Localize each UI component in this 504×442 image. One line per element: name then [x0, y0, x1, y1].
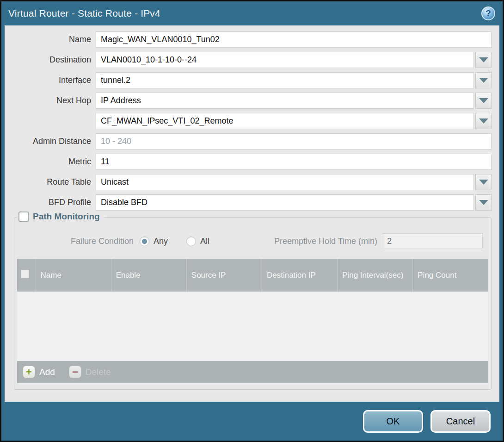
- route-table-input[interactable]: [96, 174, 474, 190]
- add-button-label: Add: [39, 367, 55, 377]
- bfd-profile-label: BFD Profile: [14, 198, 96, 207]
- chevron-down-icon: [479, 180, 488, 185]
- next-hop-row: Next Hop: [14, 93, 492, 109]
- interface-row: Interface: [14, 72, 492, 88]
- chevron-down-icon: [479, 118, 488, 124]
- chevron-down-icon: [479, 98, 488, 103]
- next-hop-type-input[interactable]: [96, 93, 474, 109]
- failure-condition-any-label: Any: [154, 237, 168, 246]
- dialog-titlebar: Virtual Router - Static Route - IPv4 ?: [1, 1, 503, 25]
- chevron-down-icon: [479, 57, 488, 62]
- path-monitoring-title: Path Monitoring: [33, 212, 100, 222]
- virtual-router-static-route-dialog: Virtual Router - Static Route - IPv4 ? N…: [0, 0, 504, 442]
- admin-distance-row: Admin Distance: [14, 133, 492, 149]
- metric-input[interactable]: [96, 154, 492, 170]
- dialog-footer: OK Cancel: [1, 402, 503, 441]
- admin-distance-label: Admin Distance: [14, 137, 96, 146]
- failure-condition-row: Failure Condition Any All Preemptive Hol…: [17, 233, 488, 249]
- help-icon[interactable]: ?: [481, 6, 495, 20]
- failure-condition-label: Failure Condition: [17, 237, 140, 246]
- preemptive-hold-time-input[interactable]: [382, 233, 483, 249]
- dialog-title: Virtual Router - Static Route - IPv4: [8, 8, 160, 19]
- table-empty-row: [17, 292, 488, 361]
- column-header-ping-interval: Ping Interval(sec): [338, 259, 413, 292]
- add-button[interactable]: + Add: [23, 366, 55, 378]
- next-hop-type-dropdown-button[interactable]: [475, 93, 492, 109]
- interface-label: Interface: [14, 75, 96, 85]
- name-label: Name: [14, 35, 96, 44]
- next-hop-address-dropdown-button[interactable]: [475, 113, 492, 129]
- failure-condition-all-label: All: [200, 237, 209, 246]
- column-header-enable: Enable: [111, 259, 186, 292]
- preemptive-hold-time-label: Preemptive Hold Time (min): [274, 237, 377, 246]
- metric-label: Metric: [14, 157, 96, 167]
- path-monitoring-section: Path Monitoring Failure Condition Any Al…: [14, 217, 492, 390]
- route-table-dropdown-button[interactable]: [475, 174, 492, 190]
- next-hop-address-row: [14, 113, 492, 129]
- cancel-button[interactable]: Cancel: [430, 410, 491, 433]
- table-header-row: Name Enable Source IP Destination IP Pin…: [17, 259, 488, 292]
- path-monitoring-legend: Path Monitoring: [17, 212, 104, 222]
- delete-button[interactable]: − Delete: [69, 366, 111, 378]
- select-all-checkbox[interactable]: [21, 270, 29, 278]
- next-hop-address-input[interactable]: [96, 113, 474, 129]
- name-row: Name: [14, 31, 492, 48]
- column-header-destination-ip: Destination IP: [262, 259, 337, 292]
- select-all-header: [17, 259, 36, 292]
- destination-row: Destination: [14, 52, 492, 68]
- chevron-down-icon: [479, 200, 488, 205]
- destination-label: Destination: [14, 55, 96, 65]
- delete-button-label: Delete: [86, 367, 111, 377]
- interface-input[interactable]: [96, 72, 474, 88]
- route-table-row: Route Table: [14, 174, 492, 190]
- path-monitoring-checkbox[interactable]: [18, 212, 29, 222]
- metric-row: Metric: [14, 154, 492, 170]
- path-monitoring-toolbar: + Add − Delete: [17, 361, 488, 383]
- next-hop-label: Next Hop: [14, 96, 96, 106]
- admin-distance-input[interactable]: [96, 133, 492, 149]
- dialog-body: Name Destination Interface Next Hop: [5, 25, 499, 402]
- column-header-source-ip: Source IP: [186, 259, 262, 292]
- destination-dropdown-button[interactable]: [475, 52, 492, 68]
- failure-condition-any-radio[interactable]: [140, 237, 149, 246]
- name-input[interactable]: [96, 31, 492, 48]
- column-header-ping-count: Ping Count: [413, 259, 488, 292]
- interface-dropdown-button[interactable]: [475, 72, 492, 88]
- column-header-name: Name: [36, 259, 111, 292]
- chevron-down-icon: [479, 78, 488, 83]
- bfd-profile-input[interactable]: [96, 194, 474, 211]
- delete-icon: −: [69, 366, 81, 378]
- ok-button[interactable]: OK: [363, 410, 423, 433]
- bfd-profile-dropdown-button[interactable]: [475, 194, 492, 211]
- failure-condition-all-radio[interactable]: [186, 237, 196, 246]
- path-monitoring-table: Name Enable Source IP Destination IP Pin…: [17, 259, 488, 361]
- route-table-label: Route Table: [14, 177, 96, 187]
- path-monitoring-table-body: [17, 292, 488, 361]
- add-icon: +: [23, 366, 35, 378]
- bfd-profile-row: BFD Profile: [14, 194, 492, 211]
- destination-input[interactable]: [96, 52, 474, 68]
